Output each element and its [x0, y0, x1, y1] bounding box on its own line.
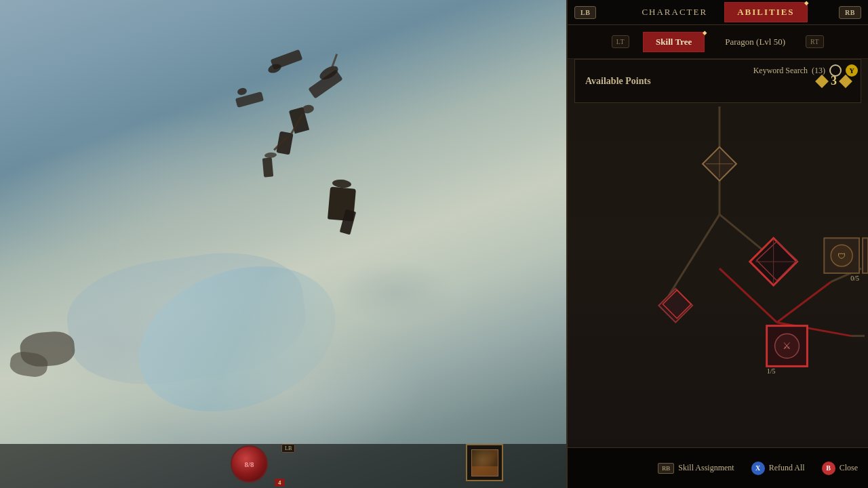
b-button[interactable]: B	[822, 462, 835, 475]
rb-small-button[interactable]: RB	[658, 463, 674, 474]
abilities-tab[interactable]: ABILITIES	[724, 2, 807, 22]
svg-text:1/5: 1/5	[767, 367, 776, 375]
character-figure	[262, 157, 273, 177]
svg-text:⚔: ⚔	[783, 342, 791, 352]
refund-all-label: Refund All	[769, 463, 805, 473]
close-action[interactable]: B Close	[822, 462, 858, 475]
svg-line-3	[669, 214, 719, 295]
character-figure	[301, 104, 315, 115]
search-circle-icon	[829, 64, 842, 77]
keyword-search[interactable]: Keyword Search (13) Y	[753, 64, 858, 77]
game-world: 8/8 LB 4	[0, 0, 566, 488]
lt-button[interactable]: LT	[612, 35, 629, 48]
close-label: Close	[840, 463, 858, 473]
fallen-enemy	[237, 87, 248, 96]
keyword-search-label: Keyword Search	[753, 66, 808, 76]
skill-assignment-label: Skill Assignment	[678, 463, 734, 473]
skill-tree-tab[interactable]: Skill Tree	[643, 32, 705, 52]
top-nav: LB CHARACTER ABILITIES RB	[568, 0, 868, 25]
skill-tree[interactable]: ⚔ 🛡 0/5 1/5 Combat Lunging Strike Critic…	[568, 103, 868, 447]
x-button[interactable]: X	[751, 462, 765, 475]
skill-assignment-action[interactable]: RB Skill Assignment	[658, 463, 734, 474]
sub-nav: LT Skill Tree Paragon (Lvl 50) RT	[568, 25, 868, 59]
level-badge: 4	[275, 479, 285, 487]
skill-slot-active[interactable]	[466, 444, 503, 481]
available-points-label: Available Points	[585, 76, 810, 87]
svg-text:🛡: 🛡	[837, 251, 846, 261]
svg-rect-25	[863, 238, 868, 273]
character-tab[interactable]: CHARACTER	[628, 7, 721, 18]
keyword-search-count: (13)	[812, 66, 825, 76]
ice-patch	[60, 242, 313, 396]
health-orb: 8/8	[231, 445, 268, 483]
fallen-enemy	[267, 62, 283, 75]
skill-tree-connections: ⚔ 🛡 0/5 1/5	[568, 103, 868, 447]
rb-button[interactable]: RB	[839, 6, 861, 19]
svg-line-5	[777, 282, 831, 323]
hp-value: 8/8	[244, 460, 254, 468]
lb-button[interactable]: LB	[574, 6, 596, 19]
bottom-bar: RB Skill Assignment X Refund All B Close	[568, 447, 868, 488]
y-button[interactable]: Y	[846, 64, 858, 77]
lb-indicator: LB	[281, 441, 295, 453]
rt-button[interactable]: RT	[806, 35, 824, 48]
svg-text:0/5: 0/5	[850, 274, 859, 282]
paragon-tab[interactable]: Paragon (Lvl 50)	[718, 33, 792, 52]
right-panel: LB CHARACTER ABILITIES RB LT Skill Tree …	[566, 0, 868, 488]
refund-all-action[interactable]: X Refund All	[751, 462, 805, 475]
